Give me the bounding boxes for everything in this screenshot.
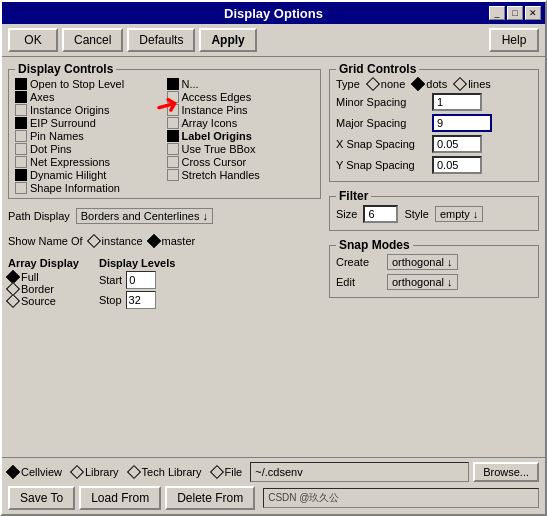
start-input[interactable] [126,271,156,289]
use-true-bbox-checkbox[interactable] [167,143,179,155]
edit-snap-arrow: ↓ [447,276,453,288]
instance-pins-checkbox[interactable] [167,104,179,116]
stop-input[interactable] [126,291,156,309]
csdn-watermark: CSDN @玖久公 [263,488,539,508]
library-radio-item: Library [72,466,119,478]
cross-cursor-checkbox[interactable] [167,156,179,168]
help-button[interactable]: Help [489,28,539,52]
none-radio[interactable] [366,77,380,91]
pin-names-checkbox[interactable] [15,130,27,142]
instance-radio[interactable] [87,234,101,248]
delete-from-button[interactable]: Delete From [165,486,255,510]
create-snap-dropdown[interactable]: orthogonal ↓ [387,254,458,270]
stop-level-row: Stop [99,291,175,309]
cb-eip-surround: EIP Surround [15,117,163,129]
type-label: Type [336,78,360,90]
cb-label-origins: Label Origins [167,130,315,142]
bottom-bar: Cellview Library Tech Library File Brows… [2,457,545,514]
array-display-label: Array Display [8,257,79,269]
browse-button[interactable]: Browse... [473,462,539,482]
path-input[interactable] [250,462,469,482]
n-checkbox[interactable] [167,78,179,90]
y-snap-input[interactable] [432,156,482,174]
file-radio[interactable] [209,465,223,479]
apply-button[interactable]: Apply [199,28,256,52]
path-display-dropdown[interactable]: Borders and Centerlines ↓ [76,208,213,224]
display-levels-label: Display Levels [99,257,175,269]
cellview-radio-item: Cellview [8,466,62,478]
snap-modes-title: Snap Modes [336,238,413,252]
net-expressions-checkbox[interactable] [15,156,27,168]
cb-pin-names: Pin Names [15,130,163,142]
cb-n: N... [167,78,315,90]
none-label: none [381,78,405,90]
stretch-handles-checkbox[interactable] [167,169,179,181]
minimize-button[interactable]: _ [489,6,505,20]
library-radio[interactable] [70,465,84,479]
cb-cross-cursor: Cross Cursor [167,156,315,168]
dynamic-hilight-checkbox[interactable] [15,169,27,181]
edit-snap-dropdown[interactable]: orthogonal ↓ [387,274,458,290]
filter-title: Filter [336,189,371,203]
cancel-button[interactable]: Cancel [62,28,123,52]
instance-label: instance [102,235,143,247]
lines-radio-item: lines [455,78,491,90]
cb-open-stop-level: Open to Stop Level [15,78,163,90]
source-radio-item: Source [8,295,79,307]
x-snap-input[interactable] [432,135,482,153]
label-origins-checkbox[interactable] [167,130,179,142]
edit-label: Edit [336,276,381,288]
load-from-button[interactable]: Load From [79,486,161,510]
dot-pins-checkbox[interactable] [15,143,27,155]
style-label: Style [404,208,428,220]
cb-use-true-bbox: Use True BBox [167,143,315,155]
border-label: Border [21,283,54,295]
axes-checkbox[interactable] [15,91,27,103]
checkbox-grid: Open to Stop Level N... Axes Access Edge… [15,78,314,194]
dots-radio[interactable] [411,77,425,91]
defaults-button[interactable]: Defaults [127,28,195,52]
ok-button[interactable]: OK [8,28,58,52]
major-spacing-input[interactable] [432,114,492,132]
edit-snap-row: Edit orthogonal ↓ [336,274,532,290]
path-display-row: Path Display Borders and Centerlines ↓ [8,208,321,224]
save-to-button[interactable]: Save To [8,486,75,510]
close-button[interactable]: ✕ [525,6,541,20]
cb-axes: Axes [15,91,163,103]
minor-spacing-input[interactable] [432,93,482,111]
source-radio[interactable] [6,294,20,308]
major-spacing-label: Major Spacing [336,117,426,129]
shape-information-checkbox[interactable] [15,182,27,194]
minor-spacing-row: Minor Spacing [336,93,532,111]
open-stop-level-checkbox[interactable] [15,78,27,90]
tech-library-label: Tech Library [142,466,202,478]
cellview-radio[interactable] [6,465,20,479]
size-input[interactable] [363,205,398,223]
instance-origins-checkbox[interactable] [15,104,27,116]
y-snap-label: Y Snap Spacing [336,159,426,171]
array-icons-checkbox[interactable] [167,117,179,129]
display-levels: Display Levels Start Stop [99,257,175,309]
tech-library-radio[interactable] [127,465,141,479]
dots-label: dots [426,78,447,90]
cb-dynamic-hilight: Dynamic Hilight [15,169,163,181]
access-edges-checkbox[interactable] [167,91,179,103]
master-radio[interactable] [147,234,161,248]
maximize-button[interactable]: □ [507,6,523,20]
style-dropdown[interactable]: empty ↓ [435,206,483,222]
eip-surround-checkbox[interactable] [15,117,27,129]
lines-label: lines [468,78,491,90]
create-snap-arrow: ↓ [447,256,453,268]
lines-radio[interactable] [453,77,467,91]
show-name-of-row: Show Name Of instance master [8,235,321,247]
cb-stretch-handles: Stretch Handles [167,169,315,181]
right-panel: Grid Controls Type none dots [329,63,539,451]
full-label: Full [21,271,39,283]
array-display-section: Array Display Full Border Source [8,257,321,309]
bottom-row2: Save To Load From Delete From CSDN @玖久公 [8,486,539,510]
left-panel: Display Controls Open to Stop Level N... [8,63,321,451]
create-snap-value: orthogonal [392,256,444,268]
style-value: empty [440,208,470,220]
x-snap-row: X Snap Spacing [336,135,532,153]
create-label: Create [336,256,381,268]
